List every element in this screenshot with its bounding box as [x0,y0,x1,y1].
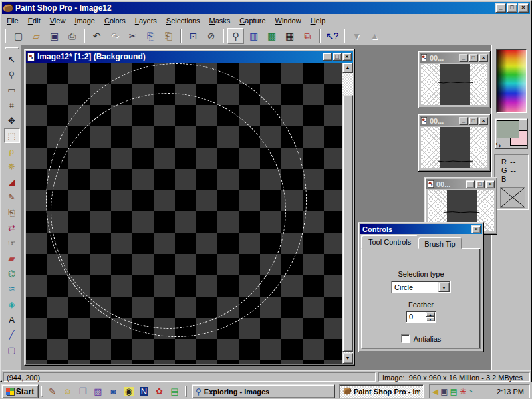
zoom-tool[interactable]: ⚲ [4,67,20,82]
smiley-shortcut[interactable]: ☺ [61,385,74,398]
decrease-color-depth-button[interactable]: ▼ [348,28,365,44]
media-player-shortcut[interactable]: ◉ [122,385,136,398]
app-close-button[interactable]: × [518,3,529,13]
task-button-paint-shop-pro[interactable]: Paint Shop Pro - Ima... [339,384,424,398]
save-button[interactable]: ▣ [46,28,63,44]
paste-button[interactable]: ⎗ [160,28,177,44]
antialias-checkbox[interactable] [401,334,410,343]
netscape-shortcut[interactable]: N [137,385,151,398]
toolbar-grip[interactable] [5,29,7,43]
thumbnail-maximize-button[interactable]: □ [469,117,478,125]
thumbnail-titlebar[interactable]: 00... _ □ × [420,53,489,63]
pinwheel-icon[interactable]: ✳ [460,388,466,396]
thumbnail-maximize-button[interactable]: □ [469,54,478,62]
app-titlebar[interactable]: Paint Shop Pro - Image12 _ □ × [2,2,530,14]
toggle-color-palette-button[interactable]: ▩ [263,28,280,44]
menu-view[interactable]: View [45,15,70,26]
menu-selections[interactable]: Selections [162,15,205,26]
image-window-close-button[interactable]: × [342,53,352,61]
lasso-tool[interactable]: ρ [4,144,20,158]
normal-viewing-button[interactable]: ⊘ [203,28,219,44]
text-tool[interactable]: A [4,312,20,327]
mover-tool[interactable]: ✥ [4,113,20,128]
retouch-tool[interactable]: ☞ [4,235,20,250]
toggle-layer-palette-button[interactable]: ⧉ [299,28,316,44]
menu-window[interactable]: Window [271,15,306,26]
spin-down-icon[interactable]: ▼ [426,317,435,321]
color-picker-gradient[interactable] [496,49,527,113]
app-minimize-button[interactable]: _ [495,3,506,13]
tool-palette-grip[interactable] [5,47,19,49]
magic-wand-tool[interactable]: ✵ [4,159,20,174]
deformation-tool[interactable]: ▭ [4,82,20,97]
toggle-histogram-button[interactable]: ▦ [281,28,298,44]
menu-layers[interactable]: Layers [130,15,162,26]
thumbnail-close-button[interactable]: × [485,180,495,188]
dropdown-arrow-icon[interactable]: ▼ [438,282,450,292]
notebook-shortcut[interactable]: ▤ [168,385,182,398]
thumbnail-maximize-button[interactable]: □ [475,180,485,188]
scrollbar-thumb[interactable] [342,95,353,352]
eraser-tool[interactable]: ▰ [4,251,20,265]
new-button[interactable]: ▢ [10,28,27,44]
thumbnail-canvas[interactable] [421,127,487,168]
menu-file[interactable]: File [2,15,23,26]
dropper-tool[interactable]: ◢ [4,174,20,189]
desktop-shortcut[interactable]: ❐ [76,385,90,398]
selection-tool[interactable]: ⬚ [4,128,20,143]
increase-color-depth-button[interactable]: ▲ [366,28,383,44]
vertical-scrollbar[interactable]: ▲ ▼ [342,63,353,364]
start-button[interactable]: Start [1,384,39,398]
controls-close-button[interactable]: × [471,225,481,233]
menu-colors[interactable]: Colors [100,15,130,26]
full-screen-preview-button[interactable]: ⊡ [185,28,201,44]
airbrush-tool[interactable]: ≋ [4,281,20,296]
clone-brush-tool[interactable]: ⎘ [4,205,20,219]
menu-edit[interactable]: Edit [23,15,45,26]
paint-app-shortcut[interactable]: ✎ [45,385,59,398]
thumbnail-titlebar[interactable]: 00... _ □ × [426,179,495,189]
menu-image[interactable]: Image [70,15,100,26]
photo-shortcut[interactable]: ◙ [106,385,120,398]
feather-spinner[interactable]: 0 ▲ ▼ [406,311,436,323]
controls-titlebar[interactable]: Controls × [360,224,482,234]
thumbnail-minimize-button[interactable]: _ [459,117,468,125]
thumbnail-close-button[interactable]: × [479,54,488,62]
picture-tube-tool[interactable]: ⌬ [4,266,20,281]
taskbar-grip[interactable] [185,386,187,397]
scroll-down-icon[interactable]: ▼ [342,353,353,364]
selection-type-dropdown[interactable]: Circle ▼ [391,281,451,293]
tab-brush-tip[interactable]: Brush Tip [418,237,461,249]
scheduler-icon[interactable]: ◔ [468,388,473,396]
image-viewer-shortcut[interactable]: ▨ [91,385,105,398]
spin-up-icon[interactable]: ▲ [426,312,435,317]
app-maximize-button[interactable]: □ [507,3,517,13]
scroll-up-icon[interactable]: ▲ [342,63,353,73]
copy-button[interactable]: ⎘ [142,28,159,44]
toggle-tool-palette-button[interactable]: ▥ [245,28,262,44]
thumbnail-minimize-button[interactable]: _ [459,54,468,62]
menu-masks[interactable]: Masks [205,15,235,26]
thumbnail-canvas[interactable] [421,64,487,105]
thumbnail-minimize-button[interactable]: _ [466,180,475,188]
thumbnail-titlebar[interactable]: 00... _ □ × [420,116,489,126]
task-button-explorer[interactable]: ⚲ Exploring - images [192,384,335,398]
open-button[interactable]: ▱ [28,28,45,44]
arrow-tool[interactable]: ↖ [4,52,20,66]
redo-button[interactable]: ↷ [106,28,123,44]
print-button[interactable]: ⎙ [64,28,80,44]
menu-help[interactable]: Help [306,15,331,26]
volume-icon[interactable]: ◀ [432,388,438,396]
menu-capture[interactable]: Capture [235,15,270,26]
canvas[interactable] [26,63,342,364]
thumbnail-close-button[interactable]: × [479,117,488,125]
paintbrush-tool[interactable]: ✎ [4,190,20,204]
pinwheel-shortcut[interactable]: ✿ [152,385,166,398]
image-window-maximize-button[interactable]: □ [332,53,342,61]
image-window-titlebar[interactable]: Image12* [1:2] (Background) _ □ × [26,51,353,63]
image-window-minimize-button[interactable]: _ [323,53,332,61]
zoom-button[interactable]: ⚲ [227,28,244,44]
display-icon[interactable]: ▣ [440,388,448,396]
context-help-button[interactable]: ↖? [324,28,340,44]
color-replacer-tool[interactable]: ⇄ [4,220,20,235]
